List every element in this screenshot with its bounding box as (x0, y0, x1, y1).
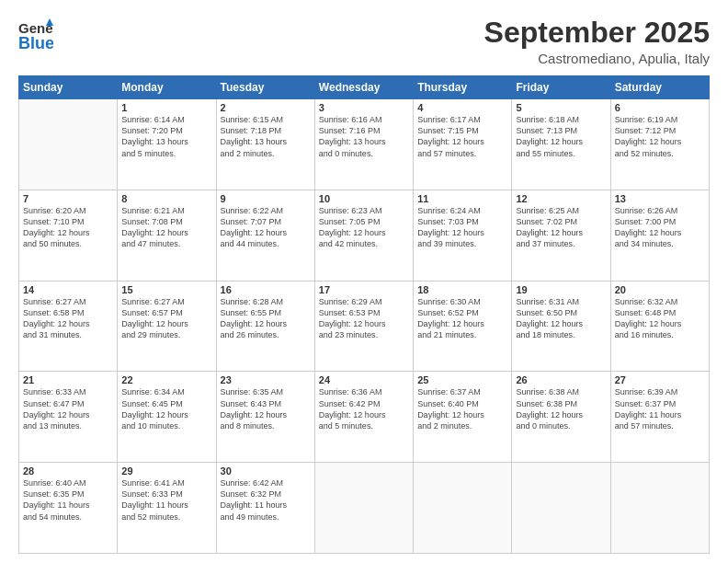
table-row: 26Sunrise: 6:38 AM Sunset: 6:38 PM Dayli… (512, 372, 610, 463)
day-number: 25 (417, 374, 507, 385)
table-row: 29Sunrise: 6:41 AM Sunset: 6:33 PM Dayli… (118, 463, 216, 554)
table-row (414, 463, 512, 554)
calendar-week-1: 1Sunrise: 6:14 AM Sunset: 7:20 PM Daylig… (19, 99, 710, 190)
table-row: 21Sunrise: 6:33 AM Sunset: 6:47 PM Dayli… (19, 372, 118, 463)
cell-info: Sunrise: 6:17 AM Sunset: 7:15 PM Dayligh… (417, 114, 507, 159)
cell-info: Sunrise: 6:23 AM Sunset: 7:05 PM Dayligh… (319, 205, 409, 250)
cell-info: Sunrise: 6:19 AM Sunset: 7:12 PM Dayligh… (615, 114, 705, 159)
table-row: 22Sunrise: 6:34 AM Sunset: 6:45 PM Dayli… (118, 372, 216, 463)
calendar-week-3: 14Sunrise: 6:27 AM Sunset: 6:58 PM Dayli… (19, 281, 710, 372)
day-number: 11 (417, 193, 507, 204)
day-number: 10 (319, 193, 409, 204)
table-row: 30Sunrise: 6:42 AM Sunset: 6:32 PM Dayli… (216, 463, 314, 554)
day-number: 12 (516, 193, 606, 204)
day-number: 7 (23, 193, 113, 204)
table-row: 4Sunrise: 6:17 AM Sunset: 7:15 PM Daylig… (414, 99, 512, 190)
logo: General Blue (18, 17, 53, 52)
col-sunday: Sunday (19, 76, 118, 99)
day-number: 22 (121, 374, 211, 385)
day-number: 26 (516, 374, 606, 385)
day-number: 2 (221, 102, 311, 113)
svg-text:Blue: Blue (18, 34, 53, 52)
table-row: 16Sunrise: 6:28 AM Sunset: 6:55 PM Dayli… (216, 281, 314, 372)
calendar-table: Sunday Monday Tuesday Wednesday Thursday… (18, 75, 710, 554)
table-row: 8Sunrise: 6:21 AM Sunset: 7:08 PM Daylig… (118, 190, 216, 281)
header: General Blue September 2025 Castromedian… (18, 17, 710, 66)
table-row: 20Sunrise: 6:32 AM Sunset: 6:48 PM Dayli… (610, 281, 709, 372)
table-row: 9Sunrise: 6:22 AM Sunset: 7:07 PM Daylig… (216, 190, 314, 281)
cell-info: Sunrise: 6:31 AM Sunset: 6:50 PM Dayligh… (516, 296, 606, 341)
cell-info: Sunrise: 6:29 AM Sunset: 6:53 PM Dayligh… (319, 296, 409, 341)
calendar-week-4: 21Sunrise: 6:33 AM Sunset: 6:47 PM Dayli… (19, 372, 710, 463)
cell-info: Sunrise: 6:41 AM Sunset: 6:33 PM Dayligh… (121, 477, 211, 523)
day-number: 30 (221, 465, 311, 477)
day-number: 6 (615, 102, 705, 113)
col-wednesday: Wednesday (314, 76, 413, 99)
day-number: 14 (23, 284, 113, 295)
cell-info: Sunrise: 6:22 AM Sunset: 7:07 PM Dayligh… (221, 205, 311, 250)
day-number: 27 (615, 374, 705, 385)
col-saturday: Saturday (610, 76, 709, 99)
cell-info: Sunrise: 6:15 AM Sunset: 7:18 PM Dayligh… (221, 114, 311, 159)
table-row: 23Sunrise: 6:35 AM Sunset: 6:43 PM Dayli… (216, 372, 314, 463)
col-thursday: Thursday (414, 76, 512, 99)
day-number: 5 (516, 102, 606, 113)
location-title: Castromediano, Apulia, Italy (484, 51, 710, 66)
table-row: 15Sunrise: 6:27 AM Sunset: 6:57 PM Dayli… (118, 281, 216, 372)
cell-info: Sunrise: 6:18 AM Sunset: 7:13 PM Dayligh… (516, 114, 606, 159)
day-number: 16 (221, 284, 311, 295)
logo-icon: General Blue (18, 17, 53, 52)
table-row: 14Sunrise: 6:27 AM Sunset: 6:58 PM Dayli… (19, 281, 118, 372)
month-title: September 2025 (484, 17, 710, 49)
calendar-header-row: Sunday Monday Tuesday Wednesday Thursday… (19, 76, 710, 99)
day-number: 17 (319, 284, 409, 295)
calendar-week-5: 28Sunrise: 6:40 AM Sunset: 6:35 PM Dayli… (19, 463, 710, 554)
cell-info: Sunrise: 6:30 AM Sunset: 6:52 PM Dayligh… (417, 296, 507, 341)
cell-info: Sunrise: 6:21 AM Sunset: 7:08 PM Dayligh… (121, 205, 211, 250)
day-number: 15 (121, 284, 211, 295)
day-number: 29 (121, 465, 211, 477)
day-number: 3 (319, 102, 409, 113)
day-number: 13 (615, 193, 705, 204)
table-row (19, 99, 118, 190)
col-tuesday: Tuesday (216, 76, 314, 99)
cell-info: Sunrise: 6:35 AM Sunset: 6:43 PM Dayligh… (221, 386, 311, 431)
cell-info: Sunrise: 6:42 AM Sunset: 6:32 PM Dayligh… (221, 477, 311, 523)
cell-info: Sunrise: 6:14 AM Sunset: 7:20 PM Dayligh… (121, 114, 211, 159)
day-number: 4 (417, 102, 507, 113)
day-number: 20 (615, 284, 705, 295)
table-row (610, 463, 709, 554)
table-row: 25Sunrise: 6:37 AM Sunset: 6:40 PM Dayli… (414, 372, 512, 463)
table-row: 6Sunrise: 6:19 AM Sunset: 7:12 PM Daylig… (610, 99, 709, 190)
cell-info: Sunrise: 6:33 AM Sunset: 6:47 PM Dayligh… (23, 386, 113, 431)
day-number: 18 (417, 284, 507, 295)
cell-info: Sunrise: 6:36 AM Sunset: 6:42 PM Dayligh… (319, 386, 409, 431)
table-row (512, 463, 610, 554)
cell-info: Sunrise: 6:32 AM Sunset: 6:48 PM Dayligh… (615, 296, 705, 341)
table-row: 7Sunrise: 6:20 AM Sunset: 7:10 PM Daylig… (19, 190, 118, 281)
calendar-week-2: 7Sunrise: 6:20 AM Sunset: 7:10 PM Daylig… (19, 190, 710, 281)
table-row: 13Sunrise: 6:26 AM Sunset: 7:00 PM Dayli… (610, 190, 709, 281)
cell-info: Sunrise: 6:28 AM Sunset: 6:55 PM Dayligh… (221, 296, 311, 341)
cell-info: Sunrise: 6:27 AM Sunset: 6:57 PM Dayligh… (121, 296, 211, 341)
day-number: 21 (23, 374, 113, 385)
day-number: 8 (121, 193, 211, 204)
cell-info: Sunrise: 6:38 AM Sunset: 6:38 PM Dayligh… (516, 386, 606, 431)
table-row: 24Sunrise: 6:36 AM Sunset: 6:42 PM Dayli… (314, 372, 413, 463)
day-number: 19 (516, 284, 606, 295)
cell-info: Sunrise: 6:16 AM Sunset: 7:16 PM Dayligh… (319, 114, 409, 159)
day-number: 28 (23, 465, 113, 477)
table-row: 3Sunrise: 6:16 AM Sunset: 7:16 PM Daylig… (314, 99, 413, 190)
table-row: 27Sunrise: 6:39 AM Sunset: 6:37 PM Dayli… (610, 372, 709, 463)
table-row: 10Sunrise: 6:23 AM Sunset: 7:05 PM Dayli… (314, 190, 413, 281)
cell-info: Sunrise: 6:26 AM Sunset: 7:00 PM Dayligh… (615, 205, 705, 250)
day-number: 24 (319, 374, 409, 385)
table-row (314, 463, 413, 554)
page: General Blue September 2025 Castromedian… (0, 0, 728, 563)
cell-info: Sunrise: 6:20 AM Sunset: 7:10 PM Dayligh… (23, 205, 113, 250)
cell-info: Sunrise: 6:24 AM Sunset: 7:03 PM Dayligh… (417, 205, 507, 250)
title-block: September 2025 Castromediano, Apulia, It… (484, 17, 710, 66)
table-row: 1Sunrise: 6:14 AM Sunset: 7:20 PM Daylig… (118, 99, 216, 190)
table-row: 17Sunrise: 6:29 AM Sunset: 6:53 PM Dayli… (314, 281, 413, 372)
table-row: 12Sunrise: 6:25 AM Sunset: 7:02 PM Dayli… (512, 190, 610, 281)
